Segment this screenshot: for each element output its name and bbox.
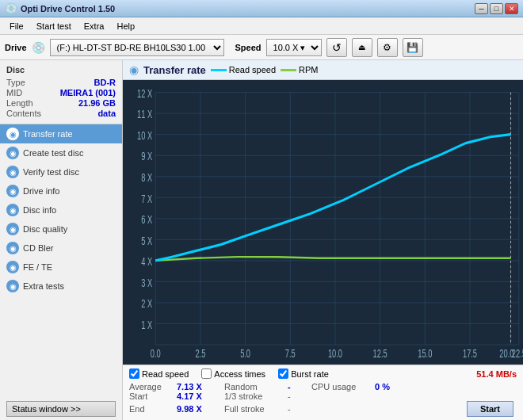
stats-row-1: Average 7.13 X Random - CPU usage 0 %	[129, 382, 517, 391]
menu-start-test[interactable]: Start test	[30, 20, 78, 32]
cb-burst-rate-input[interactable]	[278, 368, 288, 379]
svg-text:7.5: 7.5	[285, 347, 296, 361]
nav-extra-tests[interactable]: ◉ Extra tests	[0, 277, 122, 296]
sidebar: Disc Type BD-R MID MEIRA1 (001) Length 2…	[0, 60, 123, 420]
nav-label-drive-info: Drive info	[23, 186, 59, 196]
cb-burst-rate[interactable]: Burst rate	[278, 368, 329, 379]
disc-val-type: BD-R	[94, 78, 116, 87]
maximize-button[interactable]: □	[490, 3, 503, 14]
nav-label-verify-test-disc: Verify test disc	[23, 167, 79, 177]
svg-text:12 X: 12 X	[137, 87, 152, 101]
nav-create-test-disc[interactable]: ◉ Create test disc	[0, 143, 122, 162]
nav-label-extra-tests: Extra tests	[23, 281, 64, 291]
minimize-button[interactable]: ─	[475, 3, 488, 14]
cb-access-times-label: Access times	[214, 369, 265, 379]
nav-drive-info[interactable]: ◉ Drive info	[0, 181, 122, 200]
refresh-button[interactable]: ↺	[326, 38, 347, 57]
cb-read-speed-label: Read speed	[142, 369, 189, 379]
nav-icon-fe-te: ◉	[6, 261, 19, 273]
nav-label-cd-bler: CD Bler	[23, 243, 54, 253]
nav-icon-verify-test-disc: ◉	[6, 166, 19, 178]
chart-icon: ◉	[129, 63, 139, 76]
close-button[interactable]: ✕	[505, 3, 518, 14]
stat-val-start: 4.17 X	[177, 391, 224, 401]
menu-extra[interactable]: Extra	[78, 20, 111, 32]
stat-val-random: -	[288, 382, 311, 391]
svg-text:2 X: 2 X	[141, 297, 152, 311]
svg-text:1 X: 1 X	[141, 319, 152, 332]
svg-text:8 X: 8 X	[141, 171, 152, 185]
nav-transfer-rate[interactable]: ◉ Transfer rate	[0, 124, 122, 143]
menu-file[interactable]: File	[3, 20, 30, 32]
start-button[interactable]: Start	[467, 401, 513, 417]
svg-text:5 X: 5 X	[141, 235, 152, 248]
speed-label: Speed	[235, 43, 262, 52]
chart-svg: 12 X 11 X 10 X 9 X 8 X 7 X 6 X 5 X 4 X 3…	[123, 80, 523, 365]
drive-select[interactable]: (F:) HL-DT-ST BD-RE BH10LS30 1.00	[50, 39, 224, 56]
svg-rect-0	[123, 80, 523, 365]
stats-area: Read speed Access times Burst rate 51.4 …	[123, 365, 523, 420]
disc-row-length: Length 21.96 GB	[6, 98, 116, 108]
svg-text:5.0: 5.0	[240, 347, 250, 361]
nav-cd-bler[interactable]: ◉ CD Bler	[0, 239, 122, 258]
status-window-button[interactable]: Status window >>	[6, 401, 116, 417]
svg-text:9 X: 9 X	[141, 150, 152, 163]
main-layout: Disc Type BD-R MID MEIRA1 (001) Length 2…	[0, 60, 523, 420]
cb-read-speed[interactable]: Read speed	[129, 368, 189, 379]
cb-read-speed-input[interactable]	[129, 368, 139, 379]
disc-key-type: Type	[6, 78, 25, 87]
stat-val-full-stroke: -	[288, 401, 311, 417]
burst-rate-value: 51.4 MB/s	[476, 369, 517, 379]
stat-key-full-stroke: Full stroke	[224, 401, 288, 417]
svg-text:10.0: 10.0	[328, 347, 342, 361]
nav-icon-disc-info: ◉	[6, 204, 19, 216]
chart-area: 12 X 11 X 10 X 9 X 8 X 7 X 6 X 5 X 4 X 3…	[123, 80, 523, 365]
legend-rpm: RPM	[281, 65, 318, 74]
app-icon: 💿	[5, 2, 17, 14]
disc-row-type: Type BD-R	[6, 78, 116, 87]
disc-val-mid: MEIRA1 (001)	[60, 88, 116, 97]
chart-title: Transfer rate	[143, 64, 206, 76]
svg-text:10 X: 10 X	[137, 129, 152, 143]
legend-read-speed-label: Read speed	[229, 65, 276, 74]
stat-key-random: Random	[224, 382, 288, 391]
nav-icon-drive-info: ◉	[6, 185, 19, 197]
nav-label-transfer-rate: Transfer rate	[23, 129, 73, 139]
stat-key-average: Average	[129, 382, 177, 391]
stats-row-2: Start 4.17 X 1/3 stroke -	[129, 391, 517, 401]
stat-val-end: 9.98 X	[177, 401, 224, 417]
stat-key-start: Start	[129, 391, 177, 401]
cb-access-times[interactable]: Access times	[201, 368, 265, 379]
legend-read-speed: Read speed	[211, 65, 276, 74]
stat-key-cpu: CPU usage	[311, 382, 375, 391]
menubar: File Start test Extra Help	[0, 17, 523, 35]
disc-row-mid: MID MEIRA1 (001)	[6, 88, 116, 97]
disc-key-mid: MID	[6, 88, 22, 97]
eject-button[interactable]: ⏏	[352, 38, 372, 57]
disc-key-length: Length	[6, 98, 33, 108]
settings-button[interactable]: ⚙	[377, 38, 398, 57]
stat-val-average: 7.13 X	[177, 382, 224, 391]
nav-disc-info[interactable]: ◉ Disc info	[0, 200, 122, 220]
checkboxes-row: Read speed Access times Burst rate 51.4 …	[129, 368, 517, 379]
svg-text:6 X: 6 X	[141, 213, 152, 227]
nav-disc-quality[interactable]: ◉ Disc quality	[0, 220, 122, 239]
window-controls: ─ □ ✕	[475, 3, 518, 14]
drive-icon: 💿	[32, 41, 45, 54]
nav-icon-transfer-rate: ◉	[6, 128, 19, 140]
drivebar: Drive 💿 (F:) HL-DT-ST BD-RE BH10LS30 1.0…	[0, 35, 523, 60]
save-button[interactable]: 💾	[403, 38, 423, 57]
stats-table: Average 7.13 X Random - CPU usage 0 % St…	[129, 382, 517, 417]
disc-key-contents: Contents	[6, 109, 41, 118]
menu-help[interactable]: Help	[110, 20, 141, 32]
svg-text:3 X: 3 X	[141, 277, 152, 290]
nav-fe-te[interactable]: ◉ FE / TE	[0, 258, 122, 277]
nav-verify-test-disc[interactable]: ◉ Verify test disc	[0, 162, 122, 181]
drive-label: Drive	[5, 43, 27, 52]
nav-icon-create-test-disc: ◉	[6, 147, 19, 159]
stat-val-1-3-stroke: -	[288, 391, 311, 401]
stats-row-3: End 9.98 X Full stroke - Start	[129, 401, 517, 417]
speed-select[interactable]: 10.0 X ▾	[266, 39, 322, 56]
cb-access-times-input[interactable]	[201, 368, 212, 379]
chart-header: ◉ Transfer rate Read speed RPM	[123, 60, 523, 80]
